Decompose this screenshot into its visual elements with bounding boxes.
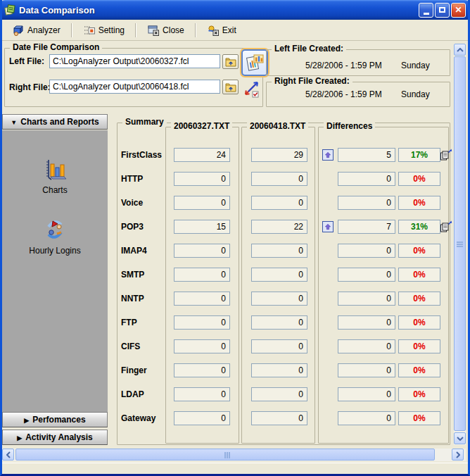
right-file-input[interactable]	[49, 80, 220, 94]
toolbar-separator	[135, 23, 136, 37]
sidebar-item-hourly-logins-label: Hourly Logins	[2, 246, 108, 256]
difference-value-box: 7	[338, 220, 395, 234]
right-value-box: 0	[251, 196, 307, 210]
summary-row: Gateway 0 0 0 0%	[117, 411, 450, 427]
maximize-button[interactable]	[435, 3, 450, 18]
up-arrow-icon	[324, 151, 331, 158]
right-value-box: 22	[251, 220, 307, 234]
exit-button[interactable]: Exit	[201, 21, 243, 39]
setting-button[interactable]: Setting	[77, 21, 131, 39]
right-file-label: Right File:	[9, 82, 51, 92]
chevron-up-icon	[457, 48, 464, 52]
scroll-down-button[interactable]	[454, 432, 466, 444]
close-window-icon	[147, 24, 160, 37]
row-label: SMTP	[121, 270, 144, 280]
summary-area: Summary 20060327.TXT 20060418.TXT Differ…	[117, 117, 450, 445]
left-file-created-day: Sunday	[401, 61, 430, 70]
summary-row: POP3 15 22 7 31%	[117, 220, 450, 235]
right-value-box: 0	[251, 363, 307, 377]
left-value-box: 0	[174, 339, 230, 353]
chevron-right-icon	[456, 451, 460, 458]
show-charts-button[interactable]	[241, 49, 268, 76]
differences-column-header: Differences	[324, 121, 375, 131]
setting-icon	[83, 24, 96, 37]
folder-open-icon	[225, 57, 236, 67]
left-file-created-title: Left File Created:	[272, 44, 346, 54]
left-file-label: Left File:	[9, 56, 44, 66]
toolbar: Analyzer Setting Close	[0, 20, 470, 41]
status-bar	[0, 463, 470, 474]
left-value-box: 0	[174, 363, 230, 377]
row-label: IMAP4	[121, 246, 147, 256]
setting-label: Setting	[99, 25, 125, 35]
scroll-up-button[interactable]	[454, 44, 466, 56]
close-icon: ✕	[455, 6, 462, 14]
chevron-down-icon	[457, 437, 464, 441]
sidebar-section-label: Activity Analysis	[25, 432, 93, 442]
sidebar-section-charts-and-reports[interactable]: ▼Charts and Reports	[2, 114, 108, 130]
window-title: Data Comparison	[19, 5, 419, 15]
toolbar-separator	[71, 23, 72, 37]
triangle-right-icon: ▶	[24, 417, 29, 424]
row-label: POP3	[121, 222, 144, 232]
horizontal-scroll-thumb[interactable]	[15, 449, 435, 461]
right-file-created-day: Sunday	[401, 89, 430, 99]
row-label: NNTP	[121, 294, 144, 303]
percent-box: 0%	[398, 172, 440, 186]
exit-icon	[207, 24, 220, 37]
title-bar: Data Comparison ✕	[0, 0, 470, 20]
difference-value-box: 0	[338, 315, 395, 330]
row-label: CIFS	[121, 342, 140, 351]
compare-files-button[interactable]	[243, 80, 261, 99]
scroll-left-button[interactable]	[2, 449, 14, 461]
chart-report-icon	[245, 53, 265, 73]
left-value-box: 0	[174, 196, 230, 210]
chevron-left-icon	[6, 451, 11, 458]
vertical-scroll-thumb[interactable]	[454, 56, 466, 431]
increase-button[interactable]	[322, 221, 334, 232]
scroll-right-button[interactable]	[452, 449, 464, 461]
difference-value-box: 0	[338, 387, 395, 401]
app-icon	[4, 4, 15, 15]
close-window-button[interactable]: Close	[141, 21, 191, 39]
row-label: FTP	[121, 318, 137, 327]
left-value-box: 0	[174, 411, 230, 425]
sidebar-section-perfomances[interactable]: ▶Perfomances	[2, 412, 108, 427]
right-file-created-datetime: 5/28/2006 - 1:59 PM	[305, 89, 382, 99]
summary-row: FTP 0 0 0 0%	[117, 315, 450, 331]
minimize-button[interactable]	[419, 3, 433, 18]
summary-row: IMAP4 0 0 0 0%	[117, 244, 450, 259]
thumb-grip	[224, 452, 230, 458]
browse-right-file-button[interactable]	[222, 80, 239, 94]
vertical-scrollbar	[454, 44, 466, 445]
sidebar-section-activity-analysis[interactable]: ▶Activity Analysis	[2, 430, 108, 445]
compare-arrows-icon	[243, 80, 261, 99]
copy-diff-icon[interactable]	[439, 220, 452, 234]
analyzer-button[interactable]: Analyzer	[6, 21, 67, 39]
increase-button[interactable]	[322, 149, 334, 161]
date-file-comparison-title: Date File Comparison	[10, 42, 102, 52]
summary-row: HTTP 0 0 0 0%	[117, 172, 450, 187]
summary-row: LDAP 0 0 0 0%	[117, 387, 450, 403]
hourly-logins-icon	[42, 217, 68, 242]
left-column-header: 20060327.TXT	[171, 121, 232, 131]
right-value-box: 0	[251, 411, 307, 425]
toolbar-separator	[195, 23, 196, 37]
percent-box: 0%	[398, 292, 440, 306]
sidebar-section-label: Perfomances	[32, 415, 85, 425]
left-value-box: 24	[174, 148, 230, 162]
browse-left-file-button[interactable]	[222, 54, 239, 69]
sidebar-item-hourly-logins[interactable]: Hourly Logins	[2, 217, 108, 256]
left-file-input[interactable]	[49, 54, 220, 68]
difference-value-box: 0	[338, 339, 395, 353]
copy-diff-icon[interactable]	[439, 148, 452, 162]
difference-value-box: 0	[338, 244, 395, 258]
left-value-box: 0	[174, 268, 230, 282]
difference-value-box: 0	[338, 196, 395, 210]
triangle-down-icon: ▼	[11, 119, 17, 126]
close-button[interactable]: ✕	[451, 3, 466, 18]
left-value-box: 15	[174, 220, 230, 234]
difference-value-box: 0	[338, 268, 395, 282]
triangle-right-icon: ▶	[17, 434, 22, 441]
sidebar-item-charts[interactable]: Charts	[2, 156, 108, 195]
